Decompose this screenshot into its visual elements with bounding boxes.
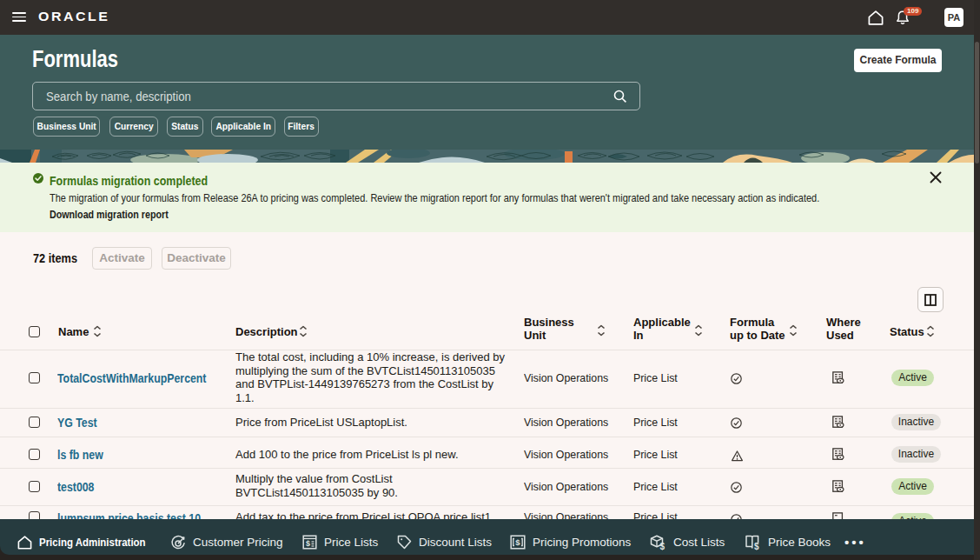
svg-text:$: $ — [660, 542, 665, 550]
svg-text:$: $ — [306, 539, 310, 548]
svg-text:$: $ — [515, 537, 520, 547]
svg-text:$: $ — [754, 542, 759, 550]
